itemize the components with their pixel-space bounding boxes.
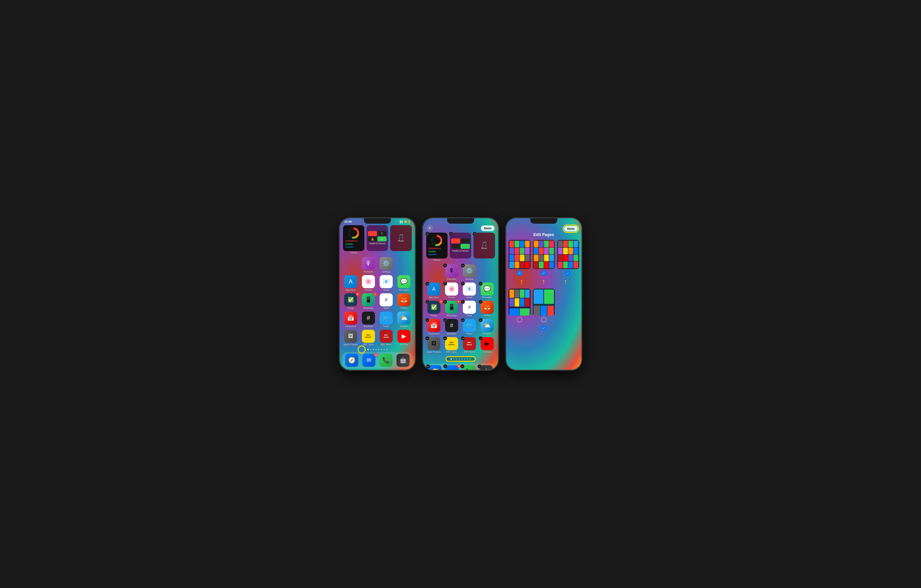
dock-safari-2[interactable]: − 🧭 — [427, 365, 443, 370]
app-icon-photos[interactable]: 🌸 Photos — [361, 275, 376, 292]
fitness-delete[interactable]: − — [425, 232, 430, 236]
app-icon-settings[interactable]: ⚙️ Settings — [379, 257, 394, 273]
bbcsport-2[interactable]: − BBCSPORT BBC Sport — [444, 337, 459, 354]
health-delete[interactable]: − — [449, 232, 453, 236]
bottom-done-area: ✓ — [506, 325, 581, 331]
weather-delete[interactable]: − — [478, 318, 483, 322]
photos-2[interactable]: − 🌸 Photos — [444, 283, 459, 299]
firefox-label: Firefox — [400, 307, 408, 310]
youtube-label: YouTube — [399, 343, 408, 346]
youtube-2[interactable]: − ▶ YouTube — [480, 337, 495, 354]
pages-grid-top: ✓ — [506, 239, 581, 277]
app-icon-weather[interactable]: ⛅ Weather — [396, 312, 412, 328]
app-icon-messages[interactable]: 💬 Messages — [396, 275, 412, 292]
fantastical-delete[interactable]: − — [425, 318, 430, 322]
done-button-2[interactable]: Done — [481, 226, 495, 231]
dock-mail-2[interactable]: − ✉ 16 — [444, 365, 460, 370]
fitness-widget-2: − 129/440KCAL 2/30MIN 5/12HRS Fitness — [426, 232, 447, 258]
dock-robot-2[interactable]: − 🤖 — [478, 365, 494, 370]
settings-2[interactable]: − ⚙️ Settings — [462, 264, 477, 281]
twitter-delete[interactable]: − — [461, 318, 465, 322]
dot-1-2 — [370, 349, 371, 350]
mail-delete[interactable]: − — [443, 364, 447, 369]
page-thumb-5[interactable] — [533, 289, 555, 322]
page-thumb-1[interactable]: ✓ — [509, 240, 530, 276]
photos-label-2: Photos — [448, 296, 455, 299]
podcasts-icon-2: 🎙 — [445, 264, 458, 277]
whatsapp-delete[interactable]: − — [443, 300, 447, 304]
notch-1 — [364, 218, 391, 224]
dock-phone-2[interactable]: − 📞 — [461, 365, 477, 370]
app-icon-appleframes[interactable]: 🖼 Apple Frames — [343, 330, 358, 346]
done-button-3[interactable]: Done — [564, 226, 578, 232]
messages-delete[interactable]: − — [478, 282, 483, 286]
fantastical-2[interactable]: − 📅 Fantastical — [426, 319, 442, 335]
things-delete-2[interactable]: − — [425, 300, 430, 304]
things-2[interactable]: − ✅ 3 Things — [426, 301, 442, 317]
app-icon-twitter[interactable]: 🐦 Twitter — [379, 312, 394, 328]
bottom-checkmark[interactable]: ✓ — [541, 325, 547, 331]
app-icon-whatsapp[interactable]: 📱 1 WhatsApp — [361, 293, 376, 310]
podcasts-delete[interactable]: − — [443, 263, 447, 268]
app-icon-slack[interactable]: # Slack — [379, 293, 394, 310]
whatsapp-label: WhatsApp — [363, 307, 374, 310]
app-icon-bbcsport[interactable]: BBCSPORT BBC Sport — [361, 330, 376, 346]
photos-delete[interactable]: − — [443, 282, 447, 286]
page-thumb-3[interactable]: ✓ — [557, 240, 579, 276]
twitter-2[interactable]: − 🐦 Twitter — [462, 319, 477, 335]
machash-delete[interactable]: − — [443, 318, 447, 322]
safari-delete[interactable]: − — [426, 364, 430, 369]
phone-delete[interactable]: − — [460, 364, 464, 369]
row-p-s-2: − 🎙 Podcasts − ⚙️ Settings — [423, 260, 498, 282]
messages-2[interactable]: − 💬 Messages — [480, 283, 495, 299]
whatsapp-2[interactable]: − 📱 1 WhatsApp — [444, 301, 459, 317]
weather-2[interactable]: − ⛅ Weather — [480, 319, 495, 335]
bbcnews-delete[interactable]: − — [461, 336, 465, 340]
dock-mail[interactable]: ✉ 16 — [361, 354, 377, 367]
widget-area-2: − 129/440KCAL 2/30MIN 5/12HRS Fitness − — [423, 232, 498, 260]
app-icon-empty1[interactable] — [343, 257, 358, 273]
page-dots-1 — [367, 349, 387, 350]
bbcsport-delete[interactable]: − — [443, 336, 447, 340]
add-button[interactable]: + — [427, 225, 433, 231]
appstore-delete[interactable]: − — [425, 282, 430, 286]
app-icon-firefox[interactable]: 🦊 Firefox — [396, 293, 412, 310]
firefox-delete[interactable]: − — [478, 300, 483, 304]
slack-2[interactable]: − # Slack — [462, 301, 477, 317]
machash-2[interactable]: − # MacHash — [444, 319, 459, 335]
app-icon-youtube[interactable]: ▶ YouTube — [396, 330, 412, 346]
robot-delete[interactable]: − — [477, 364, 482, 369]
dock-1: 🧭 ✉ 16 📞 🤖 — [342, 352, 413, 369]
dot-1-6 — [381, 349, 382, 350]
podcasts-2[interactable]: − 🎙 Podcasts — [444, 264, 459, 281]
app-icon-gmail[interactable]: 📧 Gmail — [379, 275, 394, 292]
appstore-2[interactable]: − A App Store — [426, 283, 442, 299]
app-icon-podcasts[interactable]: 🎙 Podcasts — [361, 257, 376, 273]
checkmark-1: ✓ — [517, 270, 522, 276]
youtube-delete[interactable]: − — [478, 336, 483, 340]
page-thumb-2[interactable]: ✓ — [533, 240, 555, 276]
dock-robot[interactable]: 🤖 — [395, 354, 411, 367]
phone-2-frame: + Done − 129/440KCAL 2/30MIN 5/12HRS Fit… — [422, 218, 499, 370]
phone-1-screen: 15:00 ▌▌ 📶 🔋 129/440KCAL 2/30MIN — [340, 218, 415, 370]
app-icon-things[interactable]: ✅ 3 Things — [343, 293, 358, 310]
settings-delete[interactable]: − — [461, 263, 465, 268]
gmail-2[interactable]: − 📧 Gmail — [462, 283, 477, 299]
app-icon-appstore[interactable]: A App Store — [343, 275, 358, 292]
edit-pages-title: Edit Pages — [506, 232, 581, 237]
dock-phone[interactable]: 📞 — [378, 354, 394, 367]
gmail-delete[interactable]: − — [461, 282, 465, 286]
slack-delete[interactable]: − — [461, 300, 465, 304]
music-delete[interactable]: − — [472, 232, 477, 236]
appleframes-2[interactable]: − 🖼 Apple Frames — [426, 337, 442, 354]
checkmark-2: ✓ — [541, 270, 547, 276]
dock-safari[interactable]: 🧭 — [344, 354, 360, 367]
appleframes-delete[interactable]: − — [425, 336, 430, 340]
bbcnews-2[interactable]: − BBCNEWS BBC News — [462, 337, 477, 354]
app-icon-fantastical[interactable]: 📅 Fantastical — [343, 312, 358, 328]
fantastical-icon: 📅 — [344, 312, 357, 325]
app-icon-machash[interactable]: # MacHash — [361, 312, 376, 328]
firefox-2[interactable]: − 🦊 Firefox — [480, 301, 495, 317]
app-icon-bbcnews[interactable]: BBCNEWS BBC News — [379, 330, 394, 346]
page-thumb-4[interactable] — [509, 289, 530, 322]
